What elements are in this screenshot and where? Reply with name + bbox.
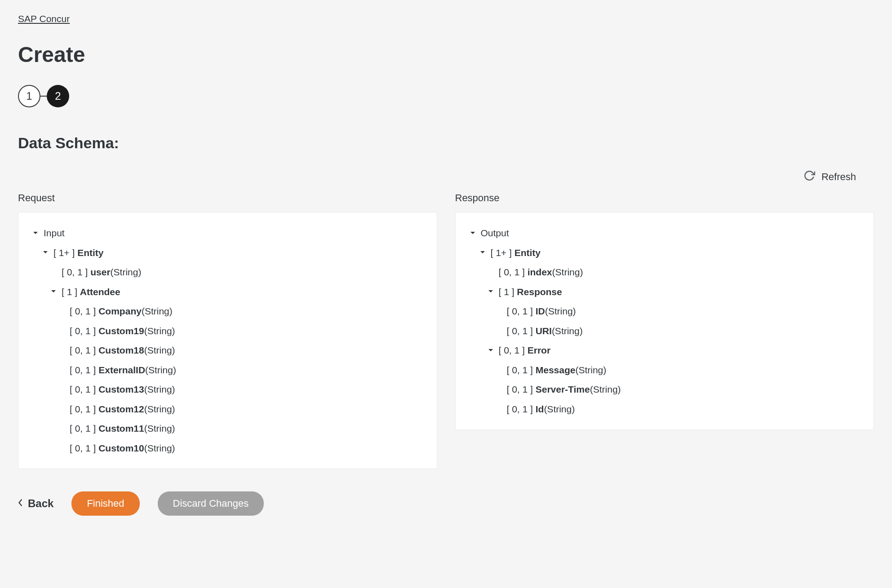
field-name: Custom11: [98, 421, 144, 436]
tree-node: [ 0, 1 ] Custom12 (String): [58, 399, 423, 419]
back-label: Back: [28, 497, 53, 510]
chevron-left-icon: [18, 497, 23, 510]
step-1[interactable]: 1: [18, 85, 40, 107]
field-name: Error: [528, 343, 550, 358]
response-panel: Output[ 1+ ] Entity[ 0, 1 ] index (Strin…: [455, 212, 874, 430]
tree-node: [ 0, 1 ] ID (String): [495, 301, 861, 321]
tree-node: [ 0, 1 ] Message (String): [495, 360, 861, 380]
request-label: Request: [18, 192, 437, 204]
cardinality: [ 0, 1 ]: [507, 304, 536, 318]
field-name: Custom12: [98, 402, 144, 416]
page-title: Create: [18, 42, 874, 67]
field-name: Message: [536, 363, 576, 377]
field-type: (String): [544, 402, 575, 416]
field-type: (String): [545, 304, 576, 318]
tree-node[interactable]: [ 1 ] Attendee: [50, 282, 423, 302]
tree-node: [ 0, 1 ] index (String): [487, 262, 861, 282]
tree-label: Input: [44, 226, 65, 240]
field-name: ID: [536, 304, 545, 318]
refresh-button[interactable]: Refresh: [803, 170, 856, 184]
tree-node[interactable]: [ 1+ ] Entity: [479, 243, 861, 263]
discard-button[interactable]: Discard Changes: [158, 491, 264, 516]
step-2[interactable]: 2: [47, 85, 69, 107]
cardinality: [ 0, 1 ]: [70, 421, 98, 436]
tree-node[interactable]: [ 0, 1 ] Error: [487, 340, 861, 360]
refresh-label: Refresh: [821, 171, 856, 183]
field-name: index: [528, 265, 552, 279]
field-type: (String): [145, 363, 176, 377]
cardinality: [ 1 ]: [62, 285, 80, 299]
breadcrumb[interactable]: SAP Concur: [18, 13, 70, 24]
chevron-down-icon[interactable]: [42, 249, 53, 256]
field-name: Custom13: [98, 382, 144, 397]
chevron-down-icon[interactable]: [32, 230, 44, 237]
field-type: (String): [590, 382, 621, 397]
cardinality: [ 0, 1 ]: [499, 265, 528, 279]
stepper: 1 2: [18, 85, 874, 107]
cardinality: [ 0, 1 ]: [62, 265, 90, 279]
cardinality: [ 0, 1 ]: [70, 343, 98, 358]
field-type: (String): [144, 402, 175, 416]
tree-node[interactable]: Input: [32, 223, 423, 243]
cardinality: [ 0, 1 ]: [70, 324, 98, 338]
field-name: Custom10: [98, 441, 144, 455]
field-name: Response: [517, 285, 562, 299]
field-name: Entity: [77, 246, 103, 260]
cardinality: [ 1 ]: [499, 285, 517, 299]
field-type: (String): [142, 304, 173, 318]
tree-node: [ 0, 1 ] user (String): [50, 262, 423, 282]
field-type: (String): [144, 324, 175, 338]
tree-node: [ 0, 1 ] Custom10 (String): [58, 438, 423, 458]
field-name: Server-Time: [536, 382, 590, 397]
tree-node[interactable]: [ 1+ ] Entity: [42, 243, 423, 263]
cardinality: [ 0, 1 ]: [507, 382, 536, 397]
field-type: (String): [144, 343, 175, 358]
request-panel: Input[ 1+ ] Entity[ 0, 1 ] user (String)…: [18, 212, 437, 469]
tree-node: [ 0, 1 ] Custom19 (String): [58, 321, 423, 341]
chevron-down-icon[interactable]: [487, 347, 499, 354]
response-label: Response: [455, 192, 874, 204]
field-name: URI: [536, 324, 552, 338]
back-button[interactable]: Back: [18, 497, 53, 510]
chevron-down-icon[interactable]: [479, 249, 491, 256]
cardinality: [ 0, 1 ]: [70, 402, 98, 416]
tree-node: [ 0, 1 ] Custom18 (String): [58, 340, 423, 360]
tree-node: [ 0, 1 ] Id (String): [495, 399, 861, 419]
field-type: (String): [144, 382, 175, 397]
field-type: (String): [111, 265, 142, 279]
field-name: Custom19: [98, 324, 144, 338]
tree-node: [ 0, 1 ] Custom13 (String): [58, 380, 423, 399]
field-name: Custom18: [98, 343, 144, 358]
tree-node[interactable]: Output: [469, 223, 861, 243]
cardinality: [ 0, 1 ]: [507, 402, 536, 416]
field-name: Entity: [515, 246, 541, 260]
field-type: (String): [575, 363, 606, 377]
tree-node[interactable]: [ 1 ] Response: [487, 282, 861, 302]
cardinality: [ 1+ ]: [491, 246, 515, 260]
chevron-down-icon[interactable]: [469, 230, 481, 237]
field-type: (String): [144, 421, 175, 436]
tree-node: [ 0, 1 ] ExternalID (String): [58, 360, 423, 380]
cardinality: [ 0, 1 ]: [507, 363, 536, 377]
cardinality: [ 1+ ]: [53, 246, 77, 260]
field-type: (String): [552, 265, 583, 279]
cardinality: [ 0, 1 ]: [70, 441, 98, 455]
refresh-icon: [803, 170, 815, 184]
chevron-down-icon[interactable]: [487, 288, 499, 295]
cardinality: [ 0, 1 ]: [507, 324, 536, 338]
chevron-down-icon[interactable]: [50, 288, 62, 295]
field-name: user: [90, 265, 110, 279]
field-name: Id: [536, 402, 544, 416]
tree-label: Output: [481, 226, 509, 240]
field-name: Attendee: [80, 285, 120, 299]
finished-button[interactable]: Finished: [71, 491, 139, 516]
field-type: (String): [552, 324, 583, 338]
cardinality: [ 0, 1 ]: [70, 304, 98, 318]
tree-node: [ 0, 1 ] Server-Time (String): [495, 380, 861, 399]
cardinality: [ 0, 1 ]: [70, 363, 98, 377]
tree-node: [ 0, 1 ] Company (String): [58, 301, 423, 321]
field-name: ExternalID: [98, 363, 145, 377]
cardinality: [ 0, 1 ]: [499, 343, 528, 358]
step-connector: [40, 96, 47, 97]
field-name: Company: [98, 304, 142, 318]
